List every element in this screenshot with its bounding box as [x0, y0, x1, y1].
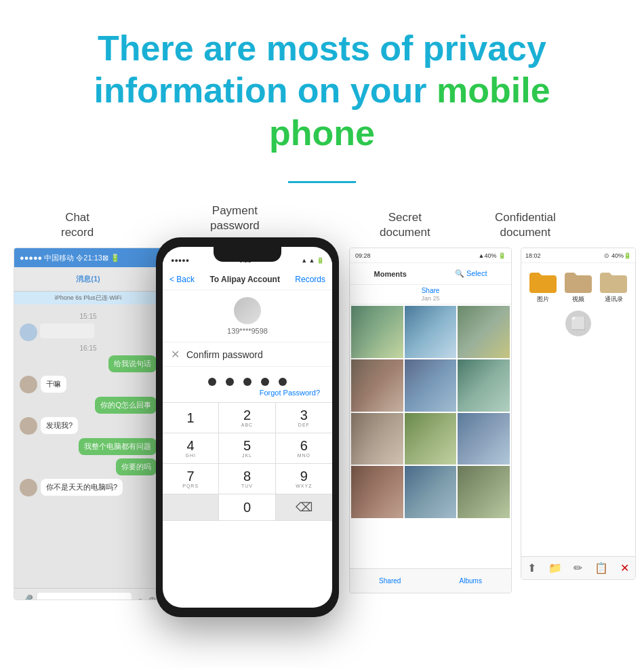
chat-record-label: Chatrecord — [61, 210, 94, 240]
chat-body: 15:15 16:15 给我说句话 干嘛 你的Q怎么回事 发现我? 我整个电脑都… — [14, 304, 162, 588]
folder-images-label: 图片 — [537, 295, 549, 304]
chat-battery: ⊠ 🔋 — [102, 254, 120, 262]
forgot-password-link[interactable]: Forgot Password? — [163, 389, 332, 402]
pwd-dot-4 — [261, 378, 269, 386]
key-0[interactable]: 0 — [219, 494, 275, 521]
photo-7 — [351, 413, 403, 465]
key-5[interactable]: 5 JKL — [219, 433, 275, 464]
phone-nav: < Back To Alipay Account Records — [163, 269, 332, 290]
key-7[interactable]: 7 PQRS — [163, 464, 219, 494]
phone-status-dots: ●●●●● — [171, 257, 189, 264]
section-divider — [288, 181, 356, 183]
phone-notch — [214, 247, 281, 262]
phone-user-avatar — [234, 297, 261, 324]
payment-password-label: Paymentpassword — [210, 203, 260, 233]
folder-contacts[interactable]: 通讯录 — [600, 271, 627, 304]
chat-msg-left-1: 干嘛 — [20, 376, 157, 393]
chat-carrier: ●●●●● 中国移动 令 — [20, 253, 83, 263]
files-toolbar-copy-icon[interactable]: 📋 — [595, 562, 608, 574]
key-3[interactable]: 3 DEF — [276, 403, 332, 433]
chat-date2: 16:15 — [20, 345, 157, 352]
photos-toolbar-shared[interactable]: Shared — [379, 577, 401, 585]
chat-input-field[interactable] — [37, 593, 132, 601]
photo-3 — [458, 306, 510, 358]
phone-screen: ●●●●● 9:21 ▲ ▲ 🔋 < Back To Alipay Accoun… — [163, 247, 332, 608]
folder-row: 图片 视频 通讯录 — [528, 271, 628, 304]
confidential-document-label: Confidentialdocument — [495, 210, 556, 240]
photo-10 — [351, 466, 403, 518]
secret-document-label: Secretdocument — [380, 210, 430, 240]
phone-records-btn[interactable]: Records — [295, 275, 325, 284]
pwd-dot-1 — [208, 378, 216, 386]
photos-nav-moments[interactable]: Moments — [374, 270, 407, 278]
files-body: 图片 视频 通讯录 ⬜ — [521, 263, 635, 351]
photos-grid — [350, 304, 511, 519]
photo-12 — [458, 466, 510, 518]
photos-status-bar: 09:28 ▲40% 🔋 — [350, 248, 511, 263]
folder-images[interactable]: 图片 — [529, 271, 557, 304]
chat-msg-left-3: 你不是天天的电脑吗? — [20, 479, 157, 496]
phone-user-area: 139****9598 — [163, 290, 332, 342]
confirm-password-header: ✕ Confirm password — [163, 342, 332, 367]
chat-plus-icon: ⊕ — [148, 594, 157, 600]
files-home-btn[interactable]: ⬜ — [565, 311, 591, 336]
chat-bubble-left-1: 干嘛 — [41, 376, 66, 393]
chat-time: 21:13 — [83, 254, 102, 262]
photos-time: 09:28 — [355, 252, 371, 259]
files-toolbar-shared-icon[interactable]: ⬆ — [527, 562, 536, 574]
close-icon[interactable]: ✕ — [171, 348, 180, 361]
key-6[interactable]: 6 MNO — [276, 433, 332, 464]
chat-bubble-right-4: 你要的吗 — [116, 458, 157, 475]
photos-toolbar: Shared Albums — [350, 568, 511, 593]
files-toolbar: ⬆ 📁 ✏ 📋 ✕ — [521, 556, 635, 579]
photos-nav: Moments 🔍 Select — [350, 263, 511, 285]
chat-bubble-right-3: 我整个电脑都有问题 — [79, 438, 157, 455]
pwd-dot-3 — [243, 378, 251, 386]
photo-11 — [405, 466, 457, 518]
chat-date1: 15:15 — [20, 313, 157, 320]
chat-input-bar[interactable]: 🎤 ☺ ⊕ — [14, 588, 162, 600]
photo-4 — [351, 359, 403, 412]
files-toolbar-edit-icon[interactable]: ✏ — [573, 562, 582, 574]
photos-nav-search[interactable]: 🔍 Select — [455, 269, 487, 278]
chat-msg-right-4: 你要的吗 — [20, 458, 157, 475]
header-section: There are mosts of privacy information o… — [0, 0, 644, 168]
folder-contacts-label: 通讯录 — [605, 295, 623, 304]
phone-user-id: 139****9598 — [227, 327, 268, 335]
phone-nav-title: To Alipay Account — [209, 275, 280, 284]
key-1[interactable]: 1 — [163, 403, 219, 433]
chat-emoji-icon: ☺ — [136, 595, 145, 601]
phone-battery-icons: ▲ ▲ 🔋 — [301, 257, 324, 264]
password-dots — [163, 367, 332, 389]
key-delete[interactable]: ⌫ — [276, 494, 332, 521]
key-8[interactable]: 8 TUV — [219, 464, 275, 494]
chat-iphone-label: iPhone 6s Plus已连·WiFi — [14, 292, 162, 304]
chat-nav-title: 消息(1) — [76, 274, 100, 284]
main-phone: ●●●●● 9:21 ▲ ▲ 🔋 < Back To Alipay Accoun… — [156, 237, 339, 617]
header-text-blue2: information on your — [94, 71, 437, 110]
pwd-dot-2 — [226, 378, 234, 386]
files-screen: 18:02 ⊙ 40%🔋 图片 视频 — [521, 248, 636, 580]
chat-avatar-1 — [20, 323, 37, 341]
confirm-password-title: Confirm password — [186, 349, 263, 360]
key-9[interactable]: 9 WXYZ — [276, 464, 332, 494]
files-toolbar-close-icon[interactable]: ✕ — [620, 562, 629, 574]
folder-videos[interactable]: 视频 — [565, 271, 592, 304]
folder-images-icon — [529, 271, 557, 293]
chat-avatar-2 — [20, 376, 37, 393]
chat-msg-left-2: 发现我? — [20, 417, 157, 435]
folder-videos-icon — [565, 271, 592, 293]
chat-avatar-4 — [20, 479, 37, 496]
key-4[interactable]: 4 GHI — [163, 433, 219, 464]
header-line1: There are mosts of privacy — [41, 27, 603, 69]
chat-bubble-left-2: 发现我? — [41, 417, 78, 434]
files-toolbar-folder-icon[interactable]: 📁 — [548, 562, 562, 574]
photos-toolbar-albums[interactable]: Albums — [460, 577, 482, 585]
files-status-bar: 18:02 ⊙ 40%🔋 — [521, 248, 635, 263]
photos-battery: ▲40% 🔋 — [479, 252, 506, 259]
chat-msg-right-3: 我整个电脑都有问题 — [20, 438, 157, 455]
key-2[interactable]: 2 ABC — [219, 403, 275, 433]
phone-back-btn[interactable]: < Back — [169, 275, 195, 284]
chat-voice-icon: 🎤 — [20, 594, 33, 600]
chat-msg-1 — [20, 323, 157, 341]
